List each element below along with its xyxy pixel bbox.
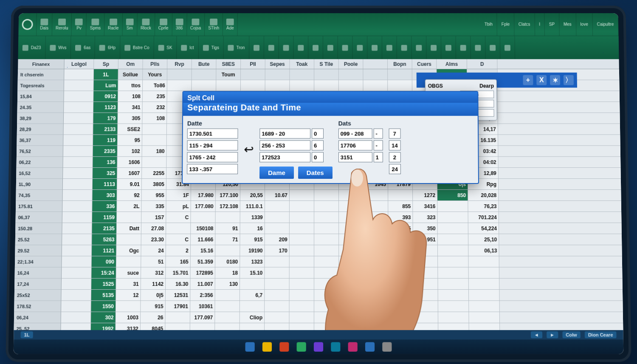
column-header[interactable]: Bopn <box>388 59 412 69</box>
cell[interactable]: 350 <box>413 223 437 234</box>
cell[interactable]: 3805 <box>142 179 166 189</box>
cell[interactable] <box>116 234 141 245</box>
cell[interactable] <box>364 189 388 200</box>
cell[interactable]: suce <box>116 267 141 278</box>
row-header[interactable]: 1L,90 <box>16 179 63 190</box>
cell[interactable]: 19190 <box>240 245 265 256</box>
cell[interactable] <box>314 301 339 311</box>
sheet-corner[interactable]: Finanex <box>18 59 65 69</box>
cell[interactable]: 850 <box>437 189 468 200</box>
cell[interactable]: 179 <box>93 113 118 123</box>
cell[interactable]: 1S7 <box>141 212 166 223</box>
cell[interactable] <box>64 102 93 113</box>
row-header[interactable]: 25x52 <box>14 290 62 301</box>
cell[interactable] <box>290 69 314 79</box>
status-dion[interactable]: Dion Ceare <box>585 331 617 338</box>
cell[interactable] <box>265 267 289 278</box>
cell[interactable] <box>314 200 339 211</box>
cell[interactable]: 108 <box>142 113 167 123</box>
c2s-0[interactable] <box>312 128 324 138</box>
cell[interactable]: 303 <box>93 189 117 200</box>
cell[interactable]: 12 <box>116 290 141 300</box>
taskbar-icon[interactable] <box>245 342 255 351</box>
ribbon-Spms[interactable]: Spms <box>87 13 105 36</box>
row-header[interactable]: 06,37 <box>16 212 63 223</box>
c2-2[interactable] <box>259 152 310 162</box>
cell[interactable]: 232 <box>142 102 167 113</box>
taskbar-icon[interactable] <box>365 342 375 351</box>
cell[interactable] <box>339 234 364 245</box>
ribbon-Rlock[interactable]: Rlock <box>137 13 155 36</box>
ribbon-button[interactable] <box>353 36 368 59</box>
cell[interactable]: pL <box>166 200 191 211</box>
cell[interactable]: 2L <box>117 200 141 211</box>
cell[interactable]: 6,7 <box>240 290 265 300</box>
column-header[interactable]: D <box>467 59 498 69</box>
ribbon-button[interactable] <box>441 36 456 59</box>
cell[interactable] <box>142 124 167 134</box>
cell[interactable] <box>215 212 240 223</box>
row-header[interactable]: 29.52 <box>15 245 62 256</box>
cell[interactable]: 10.67 <box>265 189 290 200</box>
c3-1[interactable] <box>338 140 372 150</box>
ribbon-button[interactable] <box>485 36 500 59</box>
cell[interactable]: 95 <box>118 135 142 145</box>
cell[interactable] <box>468 256 499 267</box>
cell[interactable] <box>389 267 413 278</box>
cell[interactable] <box>290 200 314 211</box>
cell[interactable]: Lum <box>94 80 118 90</box>
ribbon-SK[interactable]: SK <box>154 36 177 59</box>
row-header[interactable]: 36,37 <box>17 135 63 146</box>
ribbon-Cojsa[interactable]: Cojsa <box>187 13 205 36</box>
cell[interactable] <box>240 301 265 311</box>
cell[interactable] <box>215 290 240 300</box>
ribbon-tab-Mes[interactable]: Mes <box>559 13 576 36</box>
ribbon-Pv[interactable]: Pv <box>72 13 87 36</box>
ribbon-Ade[interactable]: Ade <box>223 13 238 36</box>
cell[interactable]: 855 <box>388 200 413 211</box>
taskbar-icon[interactable] <box>331 342 340 351</box>
cell[interactable] <box>265 200 290 211</box>
t2[interactable] <box>389 152 400 162</box>
cell[interactable]: ttos <box>118 80 143 90</box>
column-header[interactable]: Toak <box>290 59 314 69</box>
cell[interactable]: 172895 <box>191 267 215 278</box>
cell[interactable] <box>62 223 92 234</box>
cell[interactable] <box>438 223 468 234</box>
cell[interactable] <box>364 200 388 211</box>
cell[interactable]: 27.08 <box>141 223 166 234</box>
column-header[interactable]: Om <box>118 59 143 69</box>
cell[interactable]: 336 <box>92 200 117 211</box>
cell[interactable]: C <box>166 212 191 223</box>
row-header[interactable]: 15,84 <box>17 91 64 102</box>
column-header[interactable]: Alms <box>437 59 467 69</box>
ribbon-button[interactable] <box>279 36 294 59</box>
ribbon-Ict[interactable]: Ict <box>177 36 199 59</box>
c3s-2[interactable] <box>374 152 383 162</box>
date-input-0[interactable] <box>187 128 238 138</box>
cell[interactable]: C <box>166 234 191 245</box>
cell[interactable]: 172.108 <box>216 200 240 211</box>
cell[interactable] <box>339 245 364 256</box>
cell[interactable] <box>364 234 388 245</box>
taskbar-icon[interactable] <box>314 342 323 351</box>
cell[interactable] <box>364 301 389 311</box>
cell[interactable]: 15:24 <box>91 267 116 278</box>
cell[interactable]: 1607 <box>117 168 142 178</box>
cell[interactable]: 111.0.1 <box>240 200 265 211</box>
t3[interactable] <box>389 164 401 174</box>
cell[interactable]: 1L <box>94 69 118 79</box>
row-header[interactable]: 178.52 <box>14 301 61 312</box>
cell[interactable] <box>438 256 468 267</box>
cell[interactable] <box>413 301 438 311</box>
cell[interactable] <box>389 290 413 300</box>
cell[interactable] <box>265 223 290 234</box>
cell[interactable]: 108 <box>118 91 143 102</box>
cell[interactable] <box>290 301 314 311</box>
cell[interactable] <box>290 80 314 90</box>
cell[interactable]: 5263 <box>92 234 116 245</box>
dame-button[interactable]: Dame <box>259 166 294 179</box>
cell[interactable] <box>364 245 388 256</box>
cell[interactable]: 1272 <box>413 189 437 200</box>
row-header[interactable]: 25.52 <box>15 234 62 245</box>
